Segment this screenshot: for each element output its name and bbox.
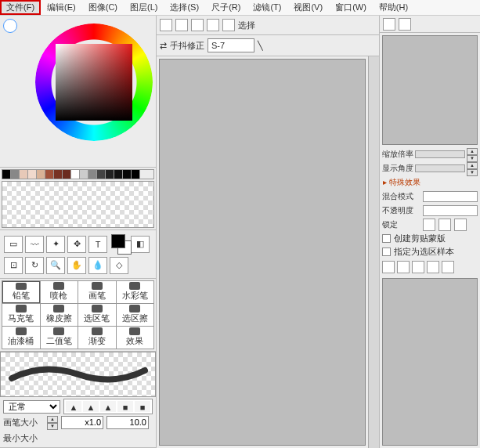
rotate-icon[interactable]: ↻ (25, 257, 44, 274)
menu-file[interactable]: 文件(F) (0, 0, 41, 15)
menu-filter[interactable]: 滤镜(T) (247, 0, 287, 15)
menu-image[interactable]: 图像(C) (82, 0, 124, 15)
tool-panel: ▭〰✦✥T◧⊡↻🔍✋💧◇ (0, 230, 156, 279)
curve-preset-1[interactable]: ▲ (83, 401, 99, 412)
nav-btn-1[interactable] (383, 18, 395, 31)
menu-help[interactable]: 帮助(H) (373, 0, 414, 15)
brush-渐变[interactable]: 渐变 (78, 327, 116, 349)
lasso-icon[interactable]: 〰 (25, 236, 44, 253)
swatch[interactable] (20, 170, 28, 179)
angle-slider[interactable] (415, 164, 465, 172)
canvas-scrollbar[interactable] (368, 56, 379, 448)
clear-layer-button[interactable] (442, 261, 454, 273)
swatch[interactable] (37, 170, 45, 179)
swatch[interactable] (63, 170, 71, 179)
swatch[interactable] (97, 170, 106, 179)
navigator-thumb[interactable] (382, 35, 478, 145)
brush-选区笔[interactable]: 选区笔 (78, 304, 116, 326)
brush-size-label: 画笔大小 (3, 417, 44, 428)
brush-size-spin[interactable]: ▲▼ (47, 416, 58, 429)
brush-size-value[interactable] (106, 416, 149, 429)
swatch[interactable] (88, 170, 97, 179)
brush-效果[interactable]: 效果 (117, 327, 154, 349)
eyedropper-icon[interactable]: 💧 (88, 257, 107, 274)
brush-画笔[interactable]: 画笔 (78, 281, 116, 303)
swatch[interactable] (80, 170, 88, 179)
curve-preset-3[interactable]: ■ (117, 401, 133, 412)
sel-btn-4[interactable] (207, 19, 219, 31)
zoom-slider[interactable] (415, 150, 465, 158)
zoom-icon[interactable]: 🔍 (46, 257, 65, 274)
menu-ruler[interactable]: 尺子(R) (205, 0, 247, 15)
sel-btn-1[interactable] (160, 19, 172, 31)
menu-edit[interactable]: 编辑(E) (41, 0, 82, 15)
brush-油漆桶[interactable]: 油漆桶 (2, 327, 40, 349)
merge-layer-button[interactable] (427, 261, 439, 273)
sv-box[interactable] (56, 44, 132, 121)
opacity-field[interactable] (423, 205, 478, 216)
color-mode-toggle[interactable] (3, 19, 17, 33)
swap-fgbg-icon[interactable]: ◧ (131, 236, 150, 253)
brush-橡皮擦[interactable]: 橡皮擦 (41, 304, 78, 326)
swatch[interactable] (28, 170, 37, 179)
fg-bg-color[interactable] (111, 234, 132, 255)
swatch[interactable] (71, 170, 80, 179)
nav-toolbar (380, 16, 480, 33)
menu-select[interactable]: 选择(S) (164, 0, 205, 15)
blend-field[interactable] (423, 191, 478, 202)
layer-list[interactable] (382, 278, 478, 446)
sel-btn-5[interactable] (222, 19, 235, 31)
swatch[interactable] (45, 170, 54, 179)
brush-选区擦[interactable]: 选区擦 (117, 304, 154, 326)
swatch[interactable] (106, 170, 114, 179)
curve-preset-2[interactable]: ▲ (100, 401, 116, 412)
new-layer-button[interactable] (382, 261, 395, 273)
swap-icon[interactable]: ⇄ (160, 41, 167, 51)
text-icon[interactable]: T (88, 236, 107, 253)
hand-icon[interactable]: ✋ (67, 257, 86, 274)
curve-preset-4[interactable]: ■ (135, 401, 150, 412)
magic-wand-icon[interactable]: ✦ (46, 236, 65, 253)
brush-水彩笔[interactable]: 水彩笔 (117, 281, 154, 303)
lock-btn-1[interactable] (423, 219, 435, 231)
delete-layer-button[interactable] (412, 261, 424, 273)
brush-喷枪[interactable]: 喷枪 (41, 281, 78, 303)
stabilizer-dropdown[interactable]: S-7 (208, 38, 254, 52)
swatch[interactable] (123, 170, 132, 179)
menu-window[interactable]: 窗口(W) (329, 0, 373, 15)
new-folder-button[interactable] (397, 261, 410, 273)
swatch[interactable] (54, 170, 63, 179)
brush-二值笔[interactable]: 二值笔 (41, 327, 78, 349)
brush-马克笔[interactable]: 马克笔 (2, 304, 40, 326)
brush-铅笔[interactable]: 铅笔 (2, 281, 40, 303)
lock-btn-2[interactable] (438, 219, 451, 231)
swatch-row (2, 169, 154, 179)
assign-sel-checkbox[interactable] (382, 247, 391, 256)
lock-btn-3[interactable] (454, 219, 467, 231)
stabilizer-label: 手抖修正 (170, 40, 204, 52)
select-rect-icon[interactable]: ▭ (4, 236, 23, 253)
angle-spin[interactable]: ▲▼ (467, 162, 478, 175)
blend-mode-select[interactable]: 正常 (3, 400, 60, 414)
crop-icon[interactable]: ⊡ (4, 257, 23, 274)
canvas[interactable] (159, 59, 366, 446)
menu-layer[interactable]: 图层(L) (124, 0, 164, 15)
nav-btn-2[interactable] (399, 18, 411, 31)
menu-view[interactable]: 视图(V) (287, 0, 329, 15)
swatch[interactable] (132, 170, 140, 179)
zoom-spin[interactable]: ▲▼ (467, 148, 478, 161)
brush-preview (0, 352, 156, 397)
stroke-icon: ╲ (258, 41, 263, 51)
move-icon[interactable]: ✥ (67, 236, 86, 253)
swatch-grid[interactable] (2, 181, 154, 228)
sel-btn-2[interactable] (175, 19, 188, 31)
shape-icon[interactable]: ◇ (110, 257, 128, 274)
swatch[interactable] (2, 170, 11, 179)
swatch[interactable] (114, 170, 123, 179)
brush-size-mult[interactable] (61, 416, 103, 429)
swatch[interactable] (11, 170, 20, 179)
curve-preset-0[interactable]: ▲ (66, 401, 81, 412)
clipping-checkbox[interactable] (382, 234, 391, 243)
effects-link[interactable]: 特殊效果 (380, 175, 480, 190)
sel-btn-3[interactable] (191, 19, 204, 31)
